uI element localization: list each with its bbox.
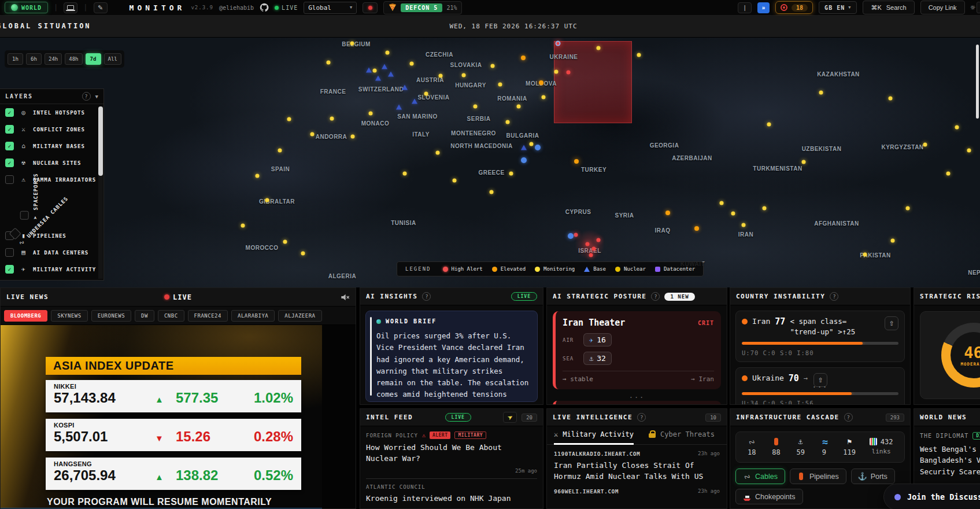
help-icon[interactable] — [844, 413, 853, 422]
alerts-button[interactable]: 18 — [775, 1, 813, 14]
map-scrollbar-thumb[interactable] — [976, 45, 979, 119]
help-icon[interactable] — [830, 292, 838, 301]
record-button[interactable] — [363, 2, 378, 13]
map-marker[interactable] — [388, 72, 394, 77]
item-headline[interactable]: How Worried Should We Be About Nuclear W… — [366, 442, 537, 464]
channel-tab[interactable]: DW — [135, 310, 154, 322]
map-marker[interactable] — [412, 99, 417, 104]
channel-tab[interactable]: CNBC — [158, 310, 184, 322]
map-marker[interactable] — [554, 70, 559, 74]
map-marker[interactable] — [491, 64, 495, 68]
layer-item[interactable]: ⌂ MILITARY BASES — [0, 138, 103, 154]
map-marker[interactable] — [287, 117, 291, 121]
map-marker[interactable] — [396, 105, 402, 110]
map-marker[interactable] — [490, 190, 494, 194]
map-marker[interactable] — [863, 253, 867, 257]
layer-checkbox[interactable] — [5, 175, 14, 184]
map-marker[interactable] — [327, 61, 331, 65]
time-filter-button[interactable]: All — [104, 53, 121, 65]
map-marker[interactable] — [436, 151, 440, 155]
pipe-button[interactable]: | — [738, 2, 752, 13]
help-icon[interactable] — [422, 292, 431, 301]
map-marker[interactable] — [720, 201, 724, 205]
map-marker[interactable] — [403, 172, 407, 176]
channel-tab[interactable]: BLOOMBERG — [4, 310, 47, 322]
map-marker[interactable] — [574, 233, 578, 237]
map-marker[interactable] — [373, 69, 377, 73]
map-marker[interactable] — [889, 97, 893, 101]
item-headline[interactable]: West Bengal's El Bangladesh's Vot Securi… — [920, 444, 980, 477]
map-marker[interactable] — [819, 91, 823, 95]
export-button[interactable]: ⇧ — [885, 316, 898, 330]
map-marker[interactable] — [637, 53, 641, 57]
map-marker[interactable] — [474, 105, 478, 109]
layer-checkbox[interactable] — [5, 265, 14, 274]
layer-item[interactable]: ⚔ CONFLICT ZONES — [0, 121, 103, 138]
map-marker[interactable] — [521, 145, 527, 150]
map-marker[interactable] — [439, 74, 443, 78]
map-marker[interactable] — [967, 149, 971, 153]
infra-filter-button[interactable]: Cables — [735, 469, 785, 484]
map-marker[interactable] — [462, 73, 466, 78]
brightness-icon[interactable]: ☼ — [971, 3, 975, 12]
author-handle[interactable]: @eliehabib — [219, 5, 254, 11]
layer-checkbox[interactable] — [5, 125, 14, 134]
time-filter-button[interactable]: 48h — [65, 53, 82, 65]
intel-feed-item[interactable]: ATLANTIC COUNCIL Kroenig interviewed on … — [360, 479, 543, 509]
time-filter-button[interactable]: 7d — [86, 53, 101, 65]
notes-button[interactable]: ✎ — [94, 2, 108, 13]
map-marker[interactable] — [731, 212, 735, 216]
item-headline[interactable]: Iran Partially Closes Strait Of Hormuz A… — [554, 460, 720, 482]
time-filter-button[interactable]: 1h — [8, 53, 23, 65]
map-marker[interactable] — [375, 76, 381, 81]
language-select[interactable]: GB EN — [819, 1, 857, 14]
map-marker[interactable] — [453, 179, 457, 183]
time-filter-button[interactable]: 24h — [45, 53, 62, 65]
map-marker[interactable] — [556, 41, 561, 46]
fast-forward-button[interactable]: » — [757, 2, 770, 13]
map-marker[interactable] — [241, 224, 245, 228]
map-marker[interactable] — [366, 68, 372, 73]
map-marker[interactable] — [597, 46, 601, 50]
map-marker[interactable] — [955, 126, 959, 130]
channel-tab[interactable]: ALJAZEERA — [278, 310, 321, 322]
edge-button[interactable] — [977, 2, 980, 13]
github-icon[interactable] — [260, 3, 269, 12]
map-marker[interactable] — [568, 233, 574, 239]
map-marker[interactable] — [530, 142, 534, 146]
more-indicator[interactable]: ... — [547, 392, 727, 400]
map-marker[interactable] — [506, 120, 510, 124]
channel-tab[interactable]: SKYNEWS — [51, 310, 87, 322]
channel-tab[interactable]: ALARABIYA — [231, 310, 275, 322]
map-marker[interactable] — [665, 211, 670, 215]
copy-link-button[interactable]: Copy Link — [920, 1, 965, 14]
map-marker[interactable] — [278, 149, 282, 153]
layer-checkbox[interactable] — [5, 108, 14, 117]
join-discussion-button[interactable]: Join the Discussion — [883, 484, 980, 509]
map-marker[interactable] — [906, 206, 910, 211]
map-marker[interactable] — [301, 252, 305, 256]
more-indicator[interactable]: ... — [812, 381, 829, 389]
map-marker[interactable] — [567, 71, 571, 75]
map-marker[interactable] — [350, 42, 354, 46]
video-stream[interactable]: ASIA INDEX UPDATE NIKKEI 57,143.84 ▲ 577… — [1, 325, 356, 509]
map-marker[interactable] — [946, 172, 951, 176]
layer-item[interactable]: ☢ NUCLEAR SITES — [0, 154, 103, 171]
map-marker[interactable] — [517, 105, 521, 109]
jet-filter-button[interactable]: ➤ — [503, 412, 517, 423]
map-marker[interactable] — [742, 223, 746, 227]
map-marker[interactable] — [539, 80, 543, 85]
intel-item[interactable]: 1190TALKRADIO.IHEART.COM 23h ago Iran Pa… — [547, 445, 727, 482]
display-button[interactable] — [64, 2, 77, 13]
map-marker[interactable] — [535, 145, 541, 150]
help-icon[interactable] — [651, 292, 660, 301]
map-marker[interactable] — [310, 132, 315, 137]
next-theater-card[interactable] — [553, 401, 721, 405]
map-marker[interactable] — [763, 206, 767, 211]
chevron-down-icon[interactable]: ▼ — [95, 94, 98, 99]
map-marker[interactable] — [923, 143, 927, 147]
card-scrollbar-thumb[interactable] — [370, 317, 372, 396]
intel-tab[interactable]: Cyber Threats — [649, 426, 715, 445]
map-marker[interactable] — [265, 198, 269, 202]
layer-checkbox[interactable] — [5, 248, 14, 257]
